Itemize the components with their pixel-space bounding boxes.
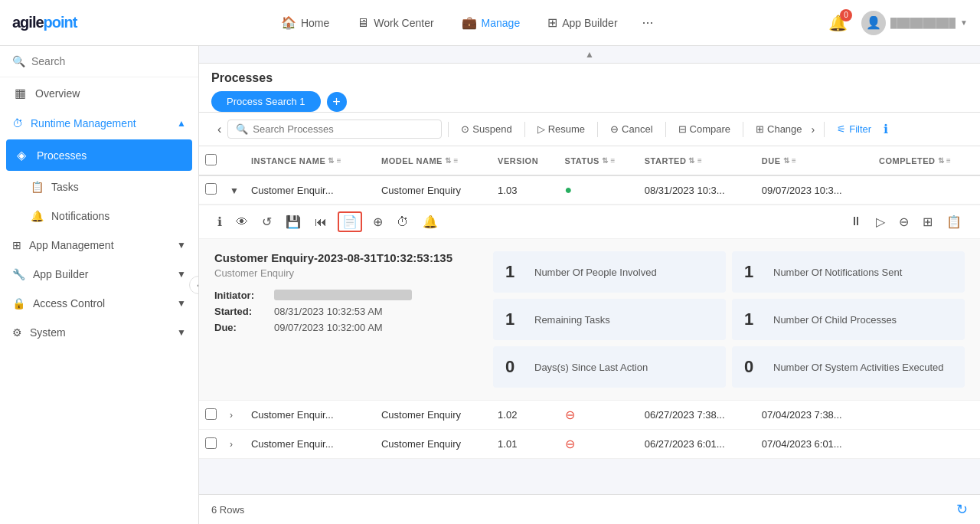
cancel-label: Cancel	[622, 123, 652, 135]
stat-child: 1 Number Of Child Processes	[732, 299, 965, 340]
stat-people: 1 Number Of People Involved	[493, 251, 726, 293]
sidebar-search-input[interactable]	[31, 55, 186, 67]
cancel-icon: ⊖	[610, 123, 619, 135]
sidebar-system-label: System	[30, 326, 66, 339]
cancel-button[interactable]: ⊖ Cancel	[604, 120, 658, 138]
info-action-icon[interactable]: ℹ	[214, 211, 225, 232]
completed-sort-icon[interactable]: ⇅	[938, 156, 945, 165]
search-processes-input[interactable]	[253, 123, 433, 135]
suspend-label: Suspend	[472, 123, 511, 135]
th-expand	[224, 146, 245, 175]
process-detail-subtitle: Customer Enquiry	[214, 267, 475, 279]
filter-label: Filter	[849, 123, 871, 135]
save-action-icon[interactable]: 💾	[283, 211, 304, 232]
expanded-cell: ℹ 👁 ↺ 💾 ⏮ 📄 ⊕ ⏱ 🔔 ⏸	[199, 205, 980, 401]
due-sort-icon[interactable]: ⇅	[783, 156, 790, 165]
instance-filter-icon[interactable]: ≡	[337, 156, 341, 165]
sidebar-item-overview[interactable]: ▦ Overview	[0, 77, 198, 109]
sidebar-processes-label: Processes	[37, 149, 87, 162]
suspend-button[interactable]: ⊙ Suspend	[455, 120, 518, 138]
nav-manage[interactable]: 💼 Manage	[451, 9, 531, 36]
th-checkbox	[199, 146, 224, 175]
alert-action-icon[interactable]: 🔔	[420, 211, 441, 232]
row2-due: 07/04/2023 7:38...	[756, 401, 873, 430]
action-icons-right: ⏸ ▷ ⊖ ⊞ 📋	[847, 211, 965, 232]
sidebar-item-tasks[interactable]: 📋 Tasks	[0, 172, 198, 201]
refresh-button[interactable]: ↻	[956, 501, 968, 518]
stat-notifications-label: Number Of Notifications Sent	[773, 267, 902, 278]
logo: agilepoint	[12, 14, 77, 31]
model-sort-icon[interactable]: ⇅	[445, 156, 452, 165]
row2-checkbox[interactable]	[205, 408, 217, 420]
row3-checkbox[interactable]	[205, 437, 217, 449]
sidebar-item-appbuilder[interactable]: 🔧 App Builder ▼	[0, 260, 198, 289]
sidebar-item-processes[interactable]: ◈ Processes	[6, 139, 192, 171]
appbuilder-chevron-icon: ▼	[177, 269, 186, 280]
toolbar: ‹ 🔍 ⊙ Suspend ▷ Resume ⊖ Cancel ⊟	[199, 113, 980, 146]
pause-action-icon[interactable]: ⏸	[847, 211, 865, 232]
grid-action-icon[interactable]: ⊞	[920, 211, 936, 232]
started-filter-icon[interactable]: ≡	[697, 156, 702, 165]
change-button[interactable]: ⊞ Change	[750, 120, 808, 138]
view-action-icon[interactable]: 👁	[233, 212, 251, 232]
nav-appbuilder[interactable]: ⊞ App Builder	[537, 9, 628, 36]
completed-filter-icon[interactable]: ≡	[946, 156, 951, 165]
stat-days: 0 Days(s) Since Last Action	[493, 346, 726, 388]
user-area[interactable]: 👤 ██████████ ▼	[861, 11, 968, 35]
stat-notifications: 1 Number Of Notifications Sent	[732, 251, 965, 293]
appbuilder-sidebar-icon: 🔧	[12, 268, 25, 280]
sidebar-item-notifications[interactable]: 🔔 Notifications	[0, 201, 198, 231]
nav-more[interactable]: ···	[635, 8, 662, 37]
due-filter-icon[interactable]: ≡	[792, 156, 796, 165]
status-filter-icon[interactable]: ≡	[610, 156, 615, 165]
row2-expand-button[interactable]: ›	[230, 410, 233, 421]
more-actions-button[interactable]: ›	[808, 120, 818, 139]
filter-button[interactable]: ⚟ Filter	[831, 120, 877, 138]
nav-home[interactable]: 🏠 Home	[270, 9, 340, 36]
play-action-icon[interactable]: ▷	[873, 211, 888, 232]
model-filter-icon[interactable]: ≡	[453, 156, 458, 165]
diagram-action-icon[interactable]: ⊕	[370, 211, 386, 232]
process-search-tab[interactable]: Process Search 1	[211, 91, 321, 112]
row1-checkbox[interactable]	[205, 183, 217, 195]
compare-button[interactable]: ⊟ Compare	[672, 120, 737, 138]
sidebar-item-system[interactable]: ⚙ System ▼	[0, 318, 198, 347]
process-detail-title: Customer Enquiry-2023-08-31T10:32:53:135	[214, 251, 475, 264]
sidebar-item-appmanagement[interactable]: ⊞ App Management ▼	[0, 231, 198, 260]
instance-sort-icon[interactable]: ⇅	[328, 156, 335, 165]
started-sort-icon[interactable]: ⇅	[688, 156, 695, 165]
processes-header: Processes Process Search 1 +	[199, 64, 980, 113]
info-button[interactable]: ℹ	[880, 119, 891, 139]
row3-checkbox-cell	[199, 430, 224, 459]
timer-action-icon[interactable]: ⏱	[394, 212, 412, 232]
sidebar-item-runtime[interactable]: ⏱ Runtime Management ▲	[0, 109, 198, 138]
sidebar-item-accesscontrol[interactable]: 🔒 Access Control ▼	[0, 289, 198, 318]
history-action-icon[interactable]: ⏮	[312, 212, 330, 232]
row3-expand-cell: ›	[224, 430, 245, 459]
refresh-action-icon[interactable]: ↺	[259, 211, 275, 232]
stop-action-icon[interactable]: ⊖	[896, 211, 912, 232]
status-sort-icon[interactable]: ⇅	[602, 156, 609, 165]
stat-activities-label: Number Of System Activities Executed	[773, 362, 944, 373]
nav-items: 🏠 Home 🖥 Work Center 💼 Manage ⊞ App Buil…	[107, 8, 824, 37]
export-action-icon[interactable]: 📋	[943, 211, 965, 232]
notifications-button[interactable]: 🔔 0	[824, 9, 852, 37]
content-area: ▲ Processes Process Search 1 + ‹ 🔍 ⊙ Sus…	[199, 46, 980, 524]
notifications-icon: 🔔	[31, 210, 44, 222]
row2-completed	[873, 401, 980, 430]
row3-expand-button[interactable]: ›	[230, 439, 233, 450]
manage-icon: 💼	[462, 15, 477, 30]
nav-workcenter[interactable]: 🖥 Work Center	[346, 10, 444, 36]
collapse-bar[interactable]: ▲	[199, 46, 980, 64]
document-action-icon[interactable]: 📄	[338, 211, 362, 232]
sep2	[524, 122, 525, 137]
process-started: Started: 08/31/2023 10:32:53 AM	[214, 306, 475, 317]
row2-instance: Customer Enquir...	[245, 401, 375, 430]
sep5	[743, 122, 743, 137]
row1-expand-button[interactable]: ▼	[230, 185, 239, 196]
due-label: Due:	[214, 322, 268, 333]
add-tab-button[interactable]: +	[327, 92, 347, 112]
select-all-checkbox[interactable]	[205, 154, 217, 165]
resume-button[interactable]: ▷ Resume	[531, 120, 591, 138]
back-button[interactable]: ‹	[211, 123, 227, 136]
